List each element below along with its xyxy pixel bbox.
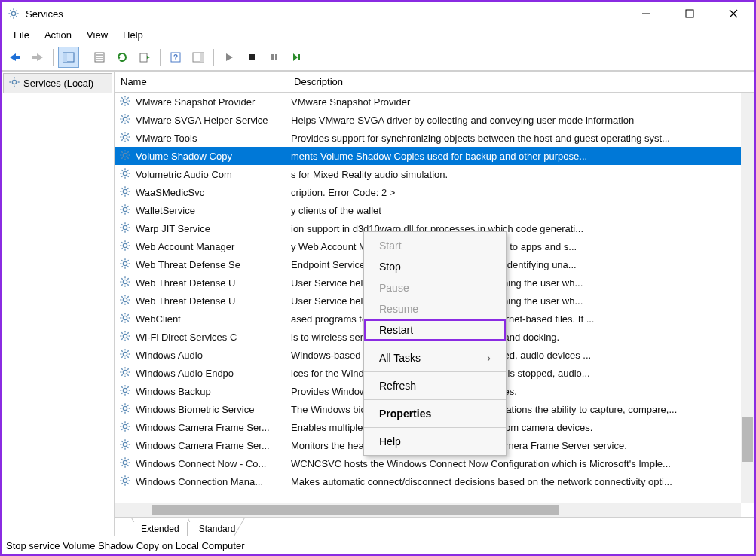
svg-line-74: [127, 157, 128, 158]
start-service-button[interactable]: [219, 47, 240, 68]
service-description: Provides Windows Backup and Restore capa…: [291, 386, 750, 397]
svg-point-194: [123, 406, 127, 410]
properties-button[interactable]: [89, 47, 110, 68]
service-name: WalletService: [136, 205, 291, 216]
svg-line-64: [121, 133, 122, 134]
service-row[interactable]: Volume Shadow Copyments Volume Shadow Co…: [115, 147, 754, 165]
svg-rect-24: [140, 53, 147, 62]
service-name: VMware Tools: [136, 133, 291, 144]
svg-line-184: [127, 368, 128, 369]
svg-line-192: [121, 393, 122, 393]
svg-marker-30: [226, 53, 233, 61]
menu-help[interactable]: Help: [115, 28, 151, 42]
menu-file[interactable]: File: [6, 28, 37, 42]
context-menu-separator: [364, 344, 506, 344]
horizontal-scrollbar[interactable]: [115, 503, 741, 517]
svg-rect-31: [249, 54, 255, 60]
vertical-scrollbar[interactable]: [741, 93, 754, 503]
svg-line-173: [127, 356, 128, 357]
svg-text:?: ?: [173, 53, 178, 62]
service-icon: [119, 438, 133, 452]
service-row[interactable]: VMware Snapshot ProviderVMware Snapshot …: [115, 93, 754, 111]
svg-line-210: [121, 429, 122, 429]
svg-line-191: [127, 393, 128, 393]
service-description: cription. Error Code: 2 >: [291, 187, 750, 198]
tree-root-services-local[interactable]: Services (Local): [3, 73, 112, 93]
service-description: Provides support for synchronizing objec…: [291, 133, 750, 144]
close-button[interactable]: [718, 3, 748, 24]
service-icon: [119, 420, 133, 434]
service-icon: [119, 276, 133, 289]
restart-service-button[interactable]: [286, 47, 308, 68]
service-icon: [119, 203, 133, 217]
service-row[interactable]: WalletServicey clients of the wallet: [115, 201, 754, 219]
forward-button[interactable]: [27, 47, 48, 68]
minimize-button[interactable]: [631, 3, 661, 24]
svg-rect-14: [16, 56, 20, 59]
service-icon: [119, 113, 133, 127]
back-button[interactable]: [5, 47, 26, 68]
service-row[interactable]: Windows Connect Now - Co...WCNCSVC hosts…: [115, 454, 754, 472]
service-description: The Windows biometric service gives clie…: [291, 404, 750, 415]
service-row[interactable]: VMware ToolsProvides support for synchro…: [115, 129, 754, 147]
vscroll-thumb[interactable]: [742, 417, 753, 462]
column-description-header[interactable]: Description: [294, 76, 748, 87]
svg-line-7: [10, 16, 11, 17]
service-name: WebClient: [136, 313, 291, 325]
svg-line-8: [16, 10, 17, 11]
svg-line-201: [121, 411, 122, 411]
svg-line-155: [127, 320, 128, 321]
svg-line-199: [121, 405, 122, 405]
svg-line-110: [127, 230, 128, 231]
svg-point-77: [123, 171, 127, 175]
service-row[interactable]: Windows Connection Mana...Makes automati…: [115, 472, 754, 490]
context-menu-help[interactable]: Help: [364, 431, 506, 452]
svg-line-111: [121, 230, 122, 231]
svg-point-176: [123, 370, 127, 374]
service-icon: [119, 366, 133, 380]
column-name-header[interactable]: Name: [121, 76, 294, 87]
menu-action[interactable]: Action: [37, 28, 79, 42]
svg-line-228: [121, 465, 122, 466]
context-menu-restart[interactable]: Restart: [364, 319, 506, 341]
svg-line-120: [121, 248, 122, 249]
service-row[interactable]: VMware SVGA Helper ServiceHelps VMware S…: [115, 111, 754, 129]
show-hide-tree-button[interactable]: [58, 47, 79, 68]
service-row[interactable]: Volumetric Audio Coms for Mixed Reality …: [115, 165, 754, 183]
help-button[interactable]: ?: [165, 47, 186, 68]
service-icon: [119, 312, 133, 325]
svg-line-127: [121, 260, 122, 261]
svg-line-208: [121, 423, 122, 423]
pause-service-button[interactable]: [264, 47, 285, 68]
hscroll-thumb[interactable]: [152, 505, 559, 515]
stop-service-button[interactable]: [241, 47, 262, 68]
svg-line-82: [121, 170, 122, 170]
svg-point-86: [123, 189, 127, 193]
refresh-button[interactable]: [112, 47, 133, 68]
svg-line-109: [121, 224, 122, 225]
service-name: Windows Camera Frame Ser...: [136, 422, 291, 433]
show-hide-action-pane-button[interactable]: [188, 47, 209, 68]
svg-line-5: [10, 10, 11, 11]
service-icon: [119, 95, 133, 108]
svg-line-136: [121, 278, 122, 279]
svg-line-55: [121, 115, 122, 116]
svg-rect-35: [298, 54, 300, 60]
export-list-button[interactable]: [134, 47, 155, 68]
tab-extended[interactable]: Extended: [133, 522, 188, 536]
context-menu-all-tasks[interactable]: All Tasks: [364, 347, 506, 368]
service-icon: [119, 402, 133, 416]
context-menu-refresh[interactable]: Refresh: [364, 375, 506, 396]
svg-line-209: [127, 429, 128, 429]
context-menu-separator: [364, 427, 506, 428]
service-row[interactable]: WaaSMedicSvccription. Error Code: 2 >: [115, 183, 754, 201]
svg-line-91: [121, 188, 122, 188]
service-icon: [119, 167, 133, 181]
service-description: s for Mixed Reality audio simulation.: [291, 169, 750, 180]
menu-view[interactable]: View: [79, 28, 115, 42]
svg-line-58: [127, 115, 128, 116]
svg-line-73: [121, 151, 122, 152]
context-menu-properties[interactable]: Properties: [364, 403, 506, 424]
maximize-button[interactable]: [675, 3, 705, 24]
context-menu-stop[interactable]: Stop: [364, 256, 506, 277]
